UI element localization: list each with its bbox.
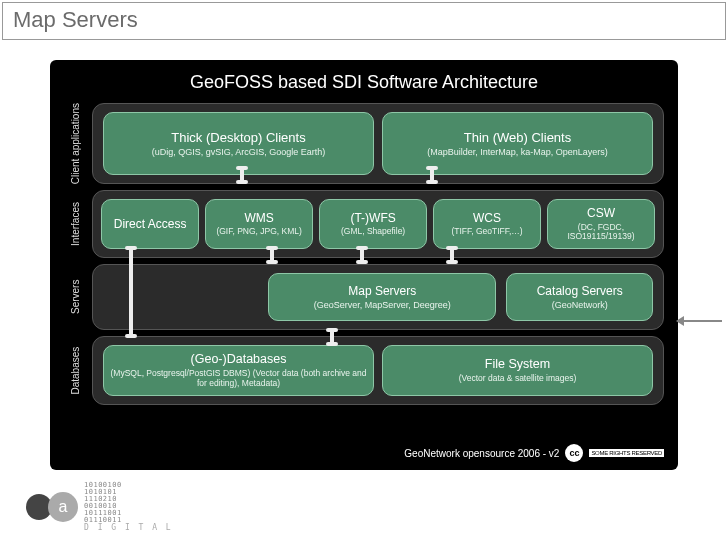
box-sub: (GeoNetwork) <box>511 300 648 310</box>
box-title: Map Servers <box>273 284 491 298</box>
box-csw: CSW (DC, FGDC, ISO19115/19139) <box>547 199 655 249</box>
row-clients: Client applications Thick (Desktop) Clie… <box>64 103 664 184</box>
pointer-arrow-icon <box>682 320 722 322</box>
box-sub: (GIF, PNG, JPG, KML) <box>210 227 308 237</box>
diagram-title: GeoFOSS based SDI Software Architecture <box>64 72 664 93</box>
box-title: Direct Access <box>106 217 194 231</box>
box-title: WCS <box>438 211 536 225</box>
logo-text: 10100100 1010101 1110210 0010010 1011100… <box>84 482 173 532</box>
diagram-attribution: GeoNetwork opensource 2006 - v2 cc SOME … <box>404 444 664 462</box>
footer-logo: a 10100100 1010101 1110210 0010010 10111… <box>26 482 173 532</box>
box-thin-clients: Thin (Web) Clients (MapBuilder, InterMap… <box>382 112 653 175</box>
box-wfs: (T-)WFS (GML, Shapefile) <box>319 199 427 249</box>
row-label-clients: Client applications <box>64 103 86 184</box>
row-interfaces: Interfaces Direct Access WMS (GIF, PNG, … <box>64 190 664 258</box>
row-label-databases: Databases <box>64 336 86 405</box>
box-sub: (GML, Shapefile) <box>324 227 422 237</box>
row-databases: Databases (Geo-)Databases (MySQL, Postgr… <box>64 336 664 405</box>
row-label-servers: Servers <box>64 264 86 330</box>
architecture-diagram: GeoFOSS based SDI Software Architecture … <box>50 60 678 470</box>
box-sub: (Vector data & satellite images) <box>387 374 648 384</box>
logo-brand: D I G I T A L <box>84 524 173 532</box>
box-catalog-servers: Catalog Servers (GeoNetwork) <box>506 273 653 321</box>
box-title: Catalog Servers <box>511 284 648 298</box>
box-sub: (TIFF, GeoTIFF,…) <box>438 227 536 237</box>
row-content-servers: Map Servers (GeoServer, MapServer, Deegr… <box>92 264 664 330</box>
attribution-text: GeoNetwork opensource 2006 - v2 <box>404 448 559 459</box>
cc-icon: cc <box>565 444 583 462</box>
box-title: WMS <box>210 211 308 225</box>
box-file-system: File System (Vector data & satellite ima… <box>382 345 653 396</box>
box-sub: (DC, FGDC, ISO19115/19139) <box>552 223 650 243</box>
row-content-clients: Thick (Desktop) Clients (uDig, QGIS, gvS… <box>92 103 664 184</box>
slide-title-bar: Map Servers <box>2 2 726 40</box>
spacer <box>103 273 258 321</box>
logo-circle-icon: a <box>48 492 78 522</box>
box-title: File System <box>387 357 648 372</box>
logo-mark: a <box>26 492 78 522</box>
slide-title: Map Servers <box>13 7 715 33</box>
box-direct-access: Direct Access <box>101 199 199 249</box>
box-sub: (MySQL, Postgresql/PostGIS DBMS) (Vector… <box>108 369 369 389</box>
box-sub: (GeoServer, MapServer, Deegree) <box>273 300 491 310</box>
row-content-databases: (Geo-)Databases (MySQL, Postgresql/PostG… <box>92 336 664 405</box>
rights-label: SOME RIGHTS RESERVED <box>589 449 664 457</box>
diagram-container: GeoFOSS based SDI Software Architecture … <box>50 60 678 470</box>
row-content-interfaces: Direct Access WMS (GIF, PNG, JPG, KML) (… <box>92 190 664 258</box>
box-title: (T-)WFS <box>324 211 422 225</box>
box-title: (Geo-)Databases <box>108 352 369 367</box>
box-title: CSW <box>552 206 650 220</box>
box-sub: (uDig, QGIS, gvSIG, ArcGIS, Google Earth… <box>108 147 369 157</box>
box-map-servers: Map Servers (GeoServer, MapServer, Deegr… <box>268 273 496 321</box>
box-title: Thick (Desktop) Clients <box>108 130 369 146</box>
row-servers: Servers Map Servers (GeoServer, MapServe… <box>64 264 664 330</box>
box-title: Thin (Web) Clients <box>387 130 648 146</box>
box-sub: (MapBuilder, InterMap, ka-Map, OpenLayer… <box>387 147 648 157</box>
box-wms: WMS (GIF, PNG, JPG, KML) <box>205 199 313 249</box>
logo-bits: 10100100 1010101 1110210 0010010 1011100… <box>84 482 173 524</box>
row-label-interfaces: Interfaces <box>64 190 86 258</box>
box-geo-databases: (Geo-)Databases (MySQL, Postgresql/PostG… <box>103 345 374 396</box>
box-wcs: WCS (TIFF, GeoTIFF,…) <box>433 199 541 249</box>
box-thick-clients: Thick (Desktop) Clients (uDig, QGIS, gvS… <box>103 112 374 175</box>
